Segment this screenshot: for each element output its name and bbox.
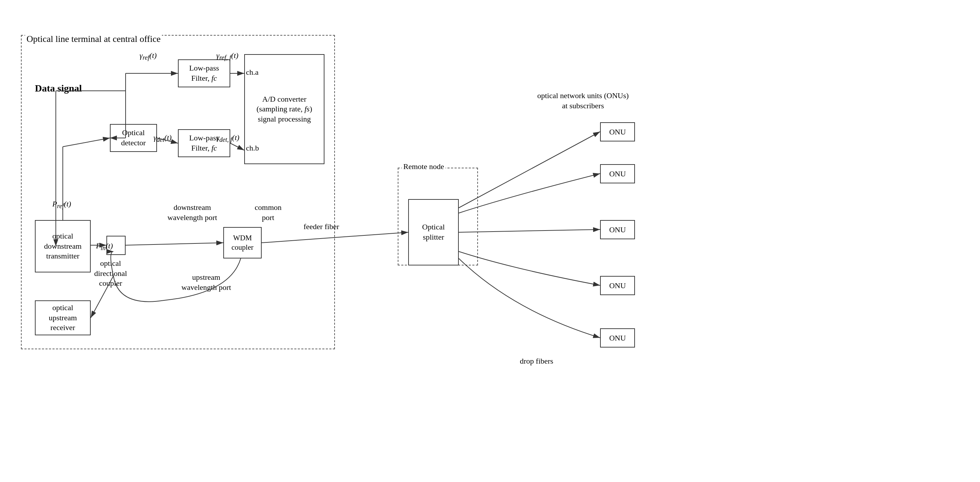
ad-converter-label: A/D converter(sampling rate, fs)signal p… xyxy=(256,94,312,124)
lpf1-label: Low-passFilter, fc xyxy=(189,63,219,83)
downstream-wavelength-port-label: downstreamwavelength port xyxy=(167,203,217,222)
onu-1-label: ONU xyxy=(609,128,626,137)
lpf2-label: Low-passFilter, fc xyxy=(189,133,219,153)
onu-2-box: ONU xyxy=(600,164,635,184)
optical-splitter-box: Opticalsplitter xyxy=(408,199,459,265)
upstream-wavelength-port-label: upstreamwavelength port xyxy=(181,273,231,292)
lpf1-box: Low-passFilter, fc xyxy=(178,59,230,87)
diagram-container: Optical line terminal at central office … xyxy=(14,14,966,468)
gamma-ref-f-t-label: γref, f(t) xyxy=(216,51,238,62)
optical-downstream-tx-label: opticaldownstreamtransmitter xyxy=(44,231,82,261)
onu-3-label: ONU xyxy=(609,225,626,235)
gamma-det-f-t-label: γdet, f(t) xyxy=(216,133,239,144)
common-port-label: commonport xyxy=(255,203,282,222)
p-ref-t-label: Pref(t) xyxy=(52,199,71,211)
optical-detector-box: Opticaldetector xyxy=(110,124,157,152)
drop-fibers-label: drop fibers xyxy=(520,356,553,366)
p-in-t-label: Pin(t) xyxy=(96,241,113,252)
onu-3-box: ONU xyxy=(600,220,635,239)
optical-downstream-tx-box: opticaldownstreamtransmitter xyxy=(35,220,91,273)
gamma-det-t-label: γdet(t) xyxy=(154,133,172,144)
onu-2-label: ONU xyxy=(609,169,626,179)
feeder-fiber-label: feeder fiber xyxy=(304,222,339,232)
optical-upstream-rx-label: opticalupstreamreceiver xyxy=(49,303,77,333)
olt-label: Optical line terminal at central office xyxy=(25,34,162,45)
optical-splitter-label: Opticalsplitter xyxy=(422,222,445,242)
onu-5-box: ONU xyxy=(600,328,635,348)
svg-line-16 xyxy=(459,230,600,232)
onu-4-box: ONU xyxy=(600,276,635,295)
onu-group-label: optical network units (ONUs)at subscribe… xyxy=(537,91,629,111)
onu-5-label: ONU xyxy=(609,334,626,343)
ch-a-label: ch.a xyxy=(246,67,259,78)
optical-detector-label: Opticaldetector xyxy=(121,128,146,148)
onu-1-box: ONU xyxy=(600,122,635,142)
wdm-coupler-box: WDMcoupler xyxy=(223,227,262,259)
wdm-coupler-label: WDMcoupler xyxy=(232,233,254,252)
remote-node-label: Remote node xyxy=(402,162,445,171)
optical-upstream-rx-box: opticalupstreamreceiver xyxy=(35,300,91,335)
gamma-ref-t-label: γref(t) xyxy=(140,51,157,62)
data-signal-label: Data signal xyxy=(35,82,82,95)
onu-4-label: ONU xyxy=(609,281,626,290)
ch-b-label: ch.b xyxy=(246,143,259,153)
optical-dir-coupler-label: opticaldirectionalcoupler xyxy=(94,259,127,289)
